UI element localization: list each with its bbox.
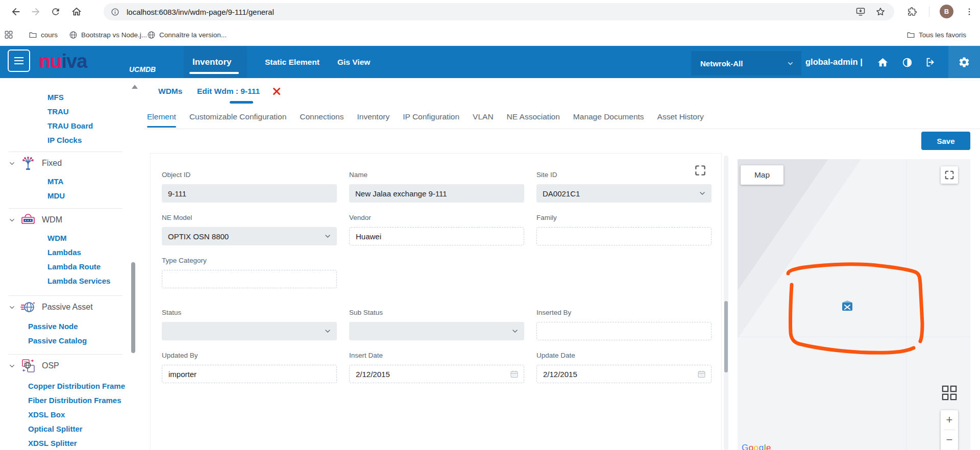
sidebar-item-copper-distribution-frame[interactable]: Copper Distribution Frame bbox=[0, 379, 131, 393]
tab-vlan[interactable]: VLAN bbox=[473, 105, 494, 129]
field-family: Family bbox=[536, 213, 712, 245]
all-favorites[interactable]: Tous les favoris bbox=[906, 23, 966, 46]
sidebar-divider bbox=[9, 354, 122, 355]
tab-customizable-configuration[interactable]: Customizable Configuration bbox=[189, 105, 286, 129]
folder-icon bbox=[29, 31, 37, 39]
sidebar-item-lambda-services[interactable]: Lambda Services bbox=[0, 274, 131, 288]
sidebar-item-xdsl-splitter[interactable]: XDSL Splitter bbox=[0, 436, 131, 450]
forward-icon[interactable] bbox=[30, 6, 42, 18]
browser-profile-avatar[interactable]: B bbox=[940, 5, 953, 18]
field-ne-model: NE Model OPTIX OSN 8800 bbox=[162, 213, 337, 245]
menu-toggle-button[interactable] bbox=[8, 49, 30, 72]
sidebar-item-fiber-distribution-frames[interactable]: Fiber Distribution Frames bbox=[0, 393, 131, 408]
object-id-input[interactable]: 9-111 bbox=[162, 184, 337, 203]
site-info-icon[interactable] bbox=[111, 8, 119, 16]
sidebar-item-trau-board[interactable]: TRAU Board bbox=[0, 119, 131, 133]
product-label: UCMDB bbox=[129, 65, 156, 73]
type-category-input[interactable] bbox=[162, 270, 337, 288]
chevron-down-icon bbox=[8, 160, 16, 167]
install-app-icon[interactable] bbox=[854, 6, 867, 18]
insert-date-input[interactable]: 2/12/2015 bbox=[349, 365, 524, 383]
field-insert-date: Insert Date 2/12/2015 bbox=[349, 351, 524, 383]
bookmark-connaitre-version[interactable]: Connaître la version... bbox=[147, 23, 227, 46]
bookmark-star-icon[interactable] bbox=[874, 6, 887, 18]
sidebar-item-passive-node[interactable]: Passive Node bbox=[0, 319, 131, 334]
content-scrollbar[interactable] bbox=[724, 301, 728, 372]
tab-gis-view[interactable]: Gis View bbox=[337, 46, 370, 78]
current-user[interactable]: global-admin | bbox=[805, 46, 863, 78]
field-update-date: Update Date 2/12/2015 bbox=[536, 351, 712, 383]
zoom-out-button[interactable]: − bbox=[941, 430, 958, 449]
tab-wdms-list[interactable]: WDMs bbox=[158, 78, 182, 105]
zoom-in-button[interactable]: + bbox=[941, 410, 958, 430]
sidebar-scrollbar[interactable] bbox=[131, 262, 135, 353]
chevron-down-icon bbox=[324, 327, 332, 335]
calendar-icon[interactable] bbox=[697, 370, 706, 379]
tab-element[interactable]: Element bbox=[147, 105, 176, 129]
sidebar-group-fixed[interactable]: Fixed bbox=[0, 154, 131, 172]
sidebar-item-optical-splitter[interactable]: Optical Splitter bbox=[0, 422, 131, 436]
family-input[interactable] bbox=[536, 227, 712, 245]
field-sub-status: Sub Status bbox=[349, 308, 524, 340]
sidebar-group-wdm[interactable]: WDM bbox=[0, 211, 131, 229]
sidebar-item-trau[interactable]: TRAU bbox=[0, 105, 131, 119]
tab-manage-documents[interactable]: Manage Documents bbox=[573, 105, 644, 129]
sidebar-scroll-up-arrow[interactable] bbox=[132, 85, 138, 89]
passive-globe-icon bbox=[20, 299, 36, 315]
sidebar-item-xdsl-box[interactable]: XDSL Box bbox=[0, 408, 131, 422]
site-id-select[interactable]: DA0021C1 bbox=[536, 184, 712, 203]
status-select[interactable] bbox=[162, 322, 337, 340]
sidebar-item-lambdas[interactable]: Lambdas bbox=[0, 245, 131, 260]
address-bar[interactable]: localhost:6083/inv/wdm-page/9-111/genera… bbox=[104, 3, 894, 20]
tab-groups-icon[interactable] bbox=[4, 23, 13, 46]
fixed-splitter-icon bbox=[20, 156, 36, 171]
close-tab-icon[interactable] bbox=[272, 87, 281, 96]
map-type-chip[interactable]: Map bbox=[741, 165, 783, 185]
gear-icon bbox=[958, 56, 970, 68]
chevron-down-icon bbox=[8, 362, 16, 370]
name-input[interactable]: New Jalaa exchange 9-111 bbox=[349, 184, 524, 203]
tab-asset-history[interactable]: Asset History bbox=[657, 105, 704, 129]
sidebar-item-ip-clocks[interactable]: IP Clocks bbox=[0, 133, 131, 147]
reload-icon[interactable] bbox=[50, 6, 62, 18]
sidebar-group-osp[interactable]: OSP bbox=[0, 357, 131, 375]
tab-ne-association[interactable]: NE Association bbox=[507, 105, 560, 129]
network-element-marker-icon[interactable] bbox=[842, 300, 853, 311]
home-dashboard-icon[interactable] bbox=[876, 56, 889, 69]
browser-menu-icon[interactable] bbox=[963, 6, 975, 18]
ne-model-select[interactable]: OPTIX OSN 8800 bbox=[162, 227, 337, 245]
url-text: localhost:6083/inv/wdm-page/9-111/genera… bbox=[127, 8, 274, 16]
map-fullscreen-icon[interactable] bbox=[941, 166, 958, 184]
back-icon[interactable] bbox=[10, 6, 22, 18]
save-button[interactable]: Save bbox=[921, 132, 970, 150]
vendor-input[interactable]: Huawei bbox=[349, 227, 524, 245]
map-tiles-grid-icon[interactable] bbox=[941, 384, 958, 402]
tab-connections[interactable]: Connections bbox=[300, 105, 344, 129]
tab-ip-configuration[interactable]: IP Configuration bbox=[403, 105, 459, 129]
sidebar-item-mfs[interactable]: MFS bbox=[0, 90, 131, 105]
chevron-down-icon bbox=[324, 232, 332, 240]
bookmark-bootstrap-vs-node[interactable]: Bootstrap vs Node.j... bbox=[69, 23, 147, 46]
sidebar-item-wdm[interactable]: WDM bbox=[0, 231, 131, 245]
logout-icon[interactable] bbox=[924, 56, 937, 69]
sidebar-group-passive-asset[interactable]: Passive Asset bbox=[0, 298, 131, 316]
contrast-icon[interactable] bbox=[900, 56, 914, 69]
update-date-input[interactable]: 2/12/2015 bbox=[536, 365, 712, 383]
updated-by-input[interactable]: importer bbox=[162, 365, 337, 383]
network-selector[interactable]: Netwrok-All bbox=[691, 51, 801, 76]
sidebar-item-mdu[interactable]: MDU bbox=[0, 189, 131, 203]
calendar-icon[interactable] bbox=[510, 370, 519, 379]
home-icon[interactable] bbox=[70, 6, 83, 18]
bookmark-cours[interactable]: cours bbox=[29, 23, 58, 46]
map-panel[interactable]: Map + − Google bbox=[738, 159, 970, 450]
inserted-by-input[interactable] bbox=[536, 322, 712, 340]
tab-static-element[interactable]: Static Element bbox=[265, 46, 320, 78]
toolbar-separator bbox=[929, 7, 929, 17]
extensions-icon[interactable] bbox=[906, 6, 918, 18]
sidebar-item-passive-catalog[interactable]: Passive Catalog bbox=[0, 334, 131, 348]
sidebar-item-mta[interactable]: MTA bbox=[0, 174, 131, 189]
settings-area[interactable] bbox=[948, 46, 980, 78]
sidebar-item-lambda-route[interactable]: Lambda Route bbox=[0, 260, 131, 274]
sub-status-select[interactable] bbox=[349, 322, 524, 340]
tab-inventory[interactable]: Inventory bbox=[357, 105, 389, 129]
